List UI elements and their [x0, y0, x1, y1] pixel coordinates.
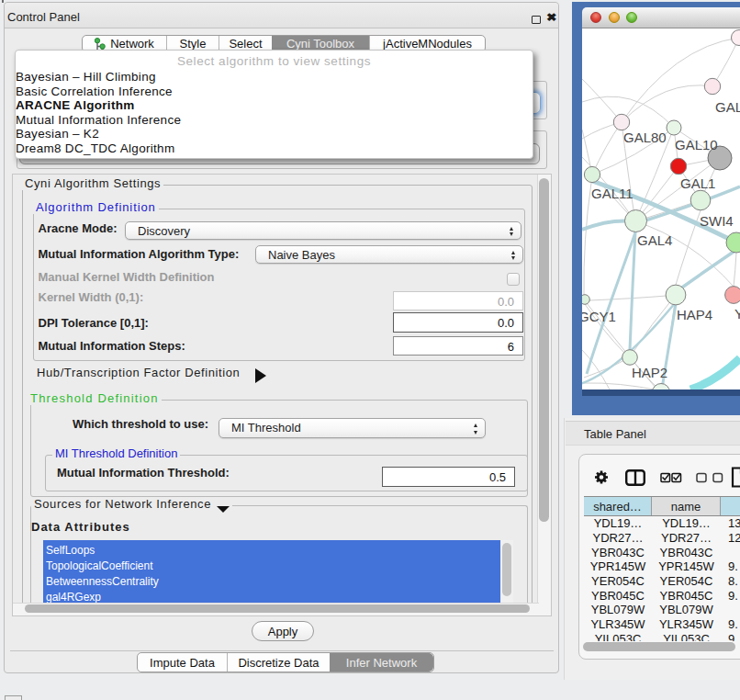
svg-text:GAL: GAL [715, 99, 740, 115]
svg-text:GCY1: GCY1 [582, 309, 616, 324]
svg-text:HAP4: HAP4 [677, 307, 712, 322]
svg-text:GAL10: GAL10 [675, 137, 718, 152]
svg-text:GAL4: GAL4 [637, 232, 672, 248]
svg-text:GAL1: GAL1 [680, 175, 715, 191]
svg-text:SWI4: SWI4 [700, 213, 734, 229]
svg-text:GAL80: GAL80 [623, 130, 667, 145]
svg-text:Y: Y [734, 306, 740, 322]
svg-text:HAP2: HAP2 [632, 365, 667, 380]
svg-text:GAL11: GAL11 [591, 186, 633, 201]
